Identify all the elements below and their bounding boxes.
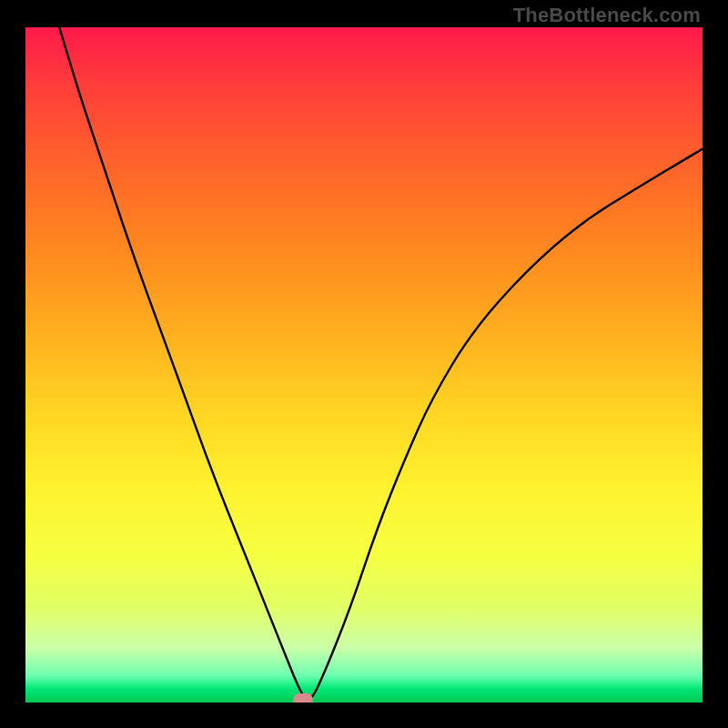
plot-area	[25, 27, 703, 703]
curve-svg	[25, 27, 703, 703]
minimum-marker	[293, 693, 313, 703]
watermark-text: TheBottleneck.com	[513, 4, 701, 27]
chart-frame: TheBottleneck.com	[0, 0, 728, 728]
bottleneck-curve	[59, 27, 703, 700]
